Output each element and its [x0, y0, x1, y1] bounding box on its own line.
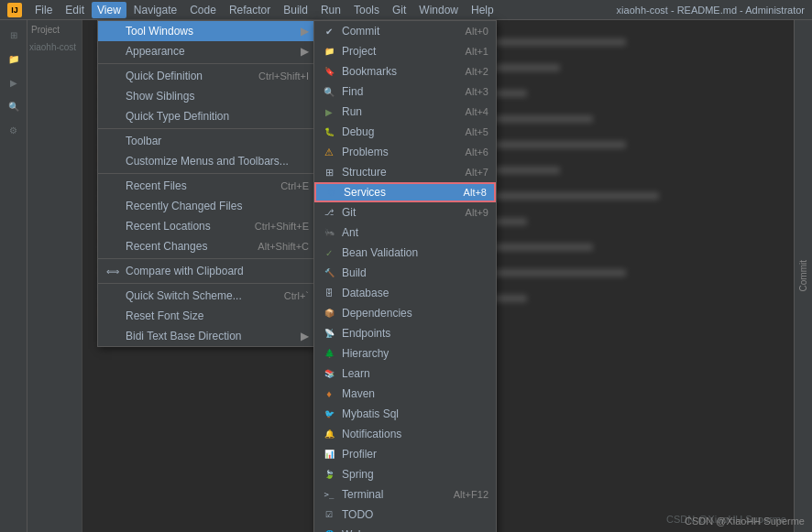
tw-endpoints-icon: 📡: [322, 326, 336, 341]
tw-bookmarks[interactable]: 🔖 Bookmarks Alt+2: [314, 61, 496, 81]
tw-dependencies[interactable]: 📦 Dependencies: [314, 303, 496, 323]
tool-windows-submenu[interactable]: ✔ Commit Alt+0 📁 Project Alt+1 🔖 Bookmar…: [313, 20, 497, 532]
menu-code[interactable]: Code: [184, 2, 222, 18]
tw-notifications[interactable]: 🔔 Notifications: [314, 424, 496, 444]
watermark-overlay: CSDN @XiaoHH Superme: [685, 516, 805, 527]
quick-type-icon: [105, 109, 120, 124]
menu-build[interactable]: Build: [278, 2, 313, 18]
tw-problems-shortcut: Alt+6: [466, 147, 488, 157]
menu-tools[interactable]: Tools: [348, 2, 385, 18]
view-menu-quick-switch[interactable]: Quick Switch Scheme... Ctrl+`: [98, 286, 316, 306]
bidi-icon: [105, 329, 120, 343]
tw-build[interactable]: 🔨 Build: [314, 263, 496, 283]
tw-learn-label: Learn: [342, 367, 488, 380]
tw-debug-shortcut: Alt+5: [466, 126, 488, 137]
menu-git[interactable]: Git: [387, 2, 411, 18]
menu-view[interactable]: View: [92, 2, 126, 18]
menu-navigate[interactable]: Navigate: [128, 2, 182, 18]
view-menu-recent-files[interactable]: Recent Files Ctrl+E: [98, 176, 316, 196]
view-menu-tool-windows[interactable]: Tool Windows ▶: [98, 21, 316, 41]
view-menu-appearance[interactable]: Appearance ▶: [98, 41, 316, 61]
menu-run[interactable]: Run: [315, 2, 346, 18]
tw-dependencies-label: Dependencies: [342, 307, 488, 320]
tw-project[interactable]: 📁 Project Alt+1: [314, 41, 496, 61]
tw-spring[interactable]: 🍃 Spring: [314, 464, 496, 484]
left-sidebar: ⊞ 📁 ▶ 🔍 ⚙: [0, 20, 27, 532]
tw-find-shortcut: Alt+3: [466, 86, 488, 97]
tw-commit-shortcut: Alt+0: [466, 26, 488, 37]
view-menu-compare-clipboard[interactable]: ⟺ Compare with Clipboard: [98, 261, 316, 281]
tw-ant[interactable]: 🐜 Ant: [314, 223, 496, 243]
tw-ant-label: Ant: [342, 226, 488, 239]
show-siblings-icon: [105, 89, 120, 103]
sidebar-icon-5[interactable]: ⚙: [3, 119, 25, 141]
tw-terminal-icon: >_: [322, 487, 336, 502]
tw-problems[interactable]: ⚠ Problems Alt+6: [314, 142, 496, 162]
tw-debug[interactable]: 🐛 Debug Alt+5: [314, 122, 496, 142]
project-tree: xiaohh-cost: [27, 38, 82, 56]
menu-refactor[interactable]: Refactor: [224, 2, 276, 18]
tw-find-label: Find: [342, 85, 447, 98]
tw-database[interactable]: 🗄 Database: [314, 283, 496, 303]
commit-label: Commit: [798, 260, 808, 291]
tw-find[interactable]: 🔍 Find Alt+3: [314, 81, 496, 102]
tw-learn-icon: 📚: [322, 366, 336, 381]
menu-window[interactable]: Window: [413, 2, 464, 18]
tw-mybatis[interactable]: 🐦 Mybatis Sql: [314, 404, 496, 424]
tw-project-shortcut: Alt+1: [466, 46, 488, 57]
tw-web-icon: 🌐: [322, 527, 336, 532]
tw-terminal[interactable]: >_ Terminal Alt+F12: [314, 484, 496, 505]
tool-windows-label: Tool Windows: [126, 25, 293, 38]
menu-file[interactable]: File: [29, 2, 58, 18]
view-menu-quick-type-def[interactable]: Quick Type Definition: [98, 106, 316, 126]
tw-ant-icon: 🐜: [322, 225, 336, 240]
tw-profiler-label: Profiler: [342, 448, 488, 461]
view-menu-quick-definition[interactable]: Quick Definition Ctrl+Shift+I: [98, 66, 316, 86]
menu-help[interactable]: Help: [466, 2, 499, 18]
view-menu-toolbar[interactable]: Toolbar: [98, 131, 316, 151]
tw-terminal-label: Terminal: [342, 488, 435, 501]
tw-profiler[interactable]: 📊 Profiler: [314, 444, 496, 464]
view-menu-recent-changes[interactable]: Recent Changes Alt+Shift+C: [98, 236, 316, 256]
tw-learn[interactable]: 📚 Learn: [314, 364, 496, 384]
sidebar-icon-1[interactable]: ⊞: [3, 24, 25, 46]
menu-edit[interactable]: Edit: [60, 2, 90, 18]
view-menu-customize[interactable]: Customize Menus and Toolbars...: [98, 151, 316, 171]
tw-structure[interactable]: ⊞ Structure Alt+7: [314, 162, 496, 182]
reset-font-icon: [105, 309, 120, 323]
recent-locations-shortcut: Ctrl+Shift+E: [255, 221, 309, 232]
tw-services-label: Services: [344, 186, 445, 199]
tw-endpoints[interactable]: 📡 Endpoints: [314, 323, 496, 343]
tw-maven-icon: ♦: [322, 386, 336, 401]
view-menu-show-siblings[interactable]: Show Siblings: [98, 86, 316, 106]
view-menu-recent-locations[interactable]: Recent Locations Ctrl+Shift+E: [98, 216, 316, 236]
tw-mybatis-label: Mybatis Sql: [342, 407, 488, 420]
view-menu-dropdown[interactable]: Tool Windows ▶ Appearance ▶ Quick Defini…: [97, 20, 317, 347]
tw-project-label: Project: [342, 45, 447, 58]
tw-hierarchy[interactable]: 🌲 Hierarchy: [314, 343, 496, 364]
view-menu-bidi[interactable]: Bidi Text Base Direction ▶: [98, 326, 316, 346]
tool-windows-icon: [105, 24, 120, 38]
tw-maven[interactable]: ♦ Maven: [314, 384, 496, 404]
tw-commit[interactable]: ✔ Commit Alt+0: [314, 21, 496, 41]
tw-problems-icon: ⚠: [322, 145, 336, 159]
tw-todo-label: TODO: [342, 508, 488, 521]
view-menu-recently-changed[interactable]: Recently Changed Files: [98, 196, 316, 216]
tw-web[interactable]: 🌐 Web: [314, 525, 496, 532]
recently-changed-label: Recently Changed Files: [126, 200, 309, 212]
tw-services-shortcut: Alt+8: [464, 187, 487, 198]
tw-run[interactable]: ▶ Run Alt+4: [314, 102, 496, 122]
tw-bean-validation[interactable]: ✓ Bean Validation: [314, 243, 496, 263]
tw-services[interactable]: ⚙ Services Alt+8: [314, 182, 496, 202]
sidebar-icon-2[interactable]: 📁: [3, 48, 25, 70]
compare-icon: ⟺: [105, 264, 120, 278]
sidebar-icon-3[interactable]: ▶: [3, 71, 25, 93]
tw-structure-shortcut: Alt+7: [466, 167, 488, 178]
tw-notifications-label: Notifications: [342, 428, 488, 440]
sidebar-icon-4[interactable]: 🔍: [3, 95, 25, 117]
tw-todo[interactable]: ☑ TODO: [314, 505, 496, 525]
view-menu-reset-font[interactable]: Reset Font Size: [98, 306, 316, 326]
app-logo: IJ: [7, 3, 22, 17]
tw-git[interactable]: ⎇ Git Alt+9: [314, 202, 496, 223]
tw-run-label: Run: [342, 105, 447, 118]
